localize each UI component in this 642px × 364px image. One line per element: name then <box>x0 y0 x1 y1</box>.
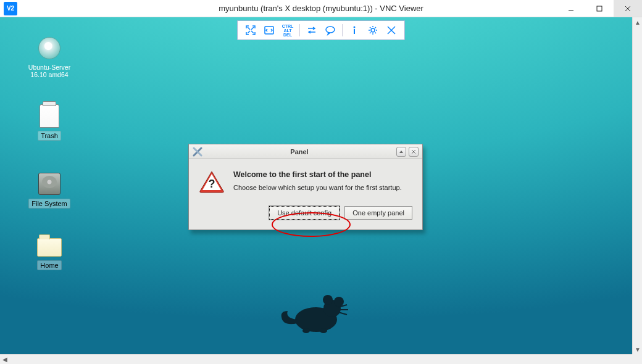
panel-first-start-dialog: Panel ? <box>188 144 423 230</box>
cd-icon <box>37 36 62 60</box>
window-title: myunbuntu (tran's X desktop (myubuntu:1)… <box>0 4 642 13</box>
toolbar-separator <box>299 24 300 36</box>
svg-line-12 <box>338 312 347 315</box>
ctrl-alt-del-button[interactable]: CTRL ALT DEL <box>279 23 296 38</box>
vertical-scrollbar[interactable]: ▲ ▼ <box>632 17 642 354</box>
svg-point-17 <box>326 27 335 33</box>
desktop-icon-trash[interactable]: Trash <box>23 104 75 141</box>
warning-icon: ? <box>199 170 225 194</box>
remote-desktop-viewport: Ubuntu-Server 16.10 amd64 Trash File Sys… <box>0 17 632 354</box>
one-empty-panel-button[interactable]: One empty panel <box>344 206 412 220</box>
svg-rect-1 <box>597 6 602 11</box>
drive-icon <box>37 172 62 196</box>
tools-icon <box>193 147 202 157</box>
minimize-button[interactable] <box>557 0 585 17</box>
chat-icon[interactable] <box>322 23 339 38</box>
dialog-heading: Welcome to the first start of the panel <box>233 170 402 179</box>
gear-icon[interactable] <box>364 23 381 38</box>
desktop-icon-label: File System <box>28 199 70 209</box>
dialog-titlebar[interactable]: Panel <box>189 144 422 159</box>
window-fit-icon[interactable] <box>261 23 278 38</box>
desktop-icon-home[interactable]: Home <box>23 233 75 270</box>
vnc-toolbar: CTRL ALT DEL <box>237 20 405 40</box>
info-icon[interactable] <box>346 23 363 38</box>
disconnect-icon[interactable] <box>383 23 400 38</box>
svg-point-6 <box>323 295 333 305</box>
toolbar-separator <box>342 24 343 36</box>
desktop-icon-cd[interactable]: Ubuntu-Server 16.10 amd64 <box>23 36 75 79</box>
horizontal-scrollbar[interactable]: ◀ ▶ <box>0 354 642 364</box>
svg-point-20 <box>371 28 375 32</box>
desktop-icon-label: Trash <box>38 131 61 141</box>
fullscreen-icon[interactable] <box>242 23 259 38</box>
trash-icon <box>37 104 62 128</box>
scroll-down-icon[interactable]: ▼ <box>633 344 642 354</box>
svg-point-18 <box>354 27 356 28</box>
close-button[interactable] <box>614 0 642 17</box>
folder-icon <box>37 233 62 258</box>
svg-point-9 <box>320 328 327 333</box>
scrollbar-corner <box>632 354 642 364</box>
dialog-body-text: Choose below which setup you want for th… <box>233 184 402 191</box>
window-controls <box>557 0 642 17</box>
desktop-icon-label: Ubuntu-Server 16.10 amd64 <box>26 63 73 79</box>
desktop-icon-filesystem[interactable]: File System <box>23 172 75 209</box>
transfer-icon[interactable] <box>303 23 320 38</box>
scroll-up-icon[interactable]: ▲ <box>633 17 642 27</box>
remote-desktop[interactable]: Ubuntu-Server 16.10 amd64 Trash File Sys… <box>0 17 632 354</box>
svg-rect-19 <box>354 29 355 34</box>
scroll-track[interactable] <box>633 27 642 344</box>
scroll-track[interactable] <box>10 355 632 365</box>
scroll-left-icon[interactable]: ◀ <box>0 355 10 365</box>
desktop-icon-label: Home <box>37 260 61 270</box>
svg-point-7 <box>334 297 344 307</box>
xfce-mouse-icon <box>279 292 353 336</box>
use-default-config-button[interactable]: Use default config <box>269 206 340 220</box>
svg-text:?: ? <box>209 178 215 190</box>
svg-point-8 <box>302 328 310 333</box>
dialog-shade-button[interactable] <box>396 147 406 157</box>
vnc-logo-icon: V2 <box>4 2 17 15</box>
dialog-title: Panel <box>202 148 396 155</box>
maximize-button[interactable] <box>585 0 614 17</box>
vnc-titlebar: V2 myunbuntu (tran's X desktop (myubuntu… <box>0 0 642 17</box>
dialog-close-button[interactable] <box>409 147 419 157</box>
